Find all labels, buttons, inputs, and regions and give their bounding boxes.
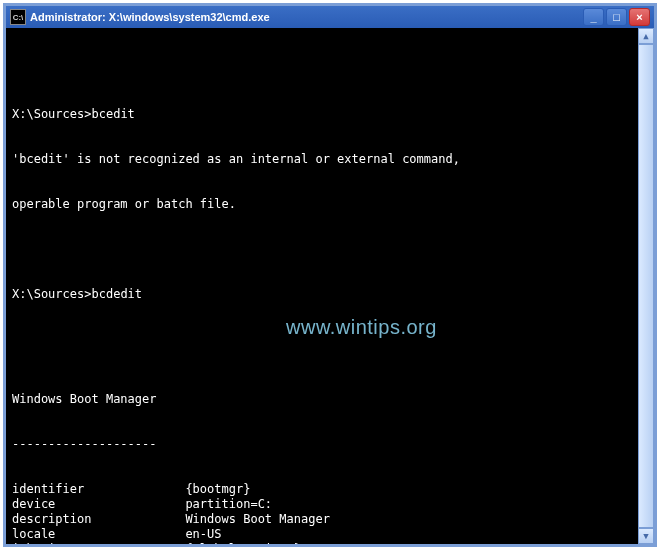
bootmgr-block: identifier {bootmgr}device partition=C:d… [12, 482, 632, 544]
kv-value: partition=C: [185, 497, 272, 511]
kv-value: {bootmgr} [185, 482, 250, 496]
minimize-button[interactable]: _ [583, 8, 604, 26]
scroll-up-button[interactable]: ▲ [638, 28, 654, 44]
scroll-track[interactable] [638, 44, 654, 528]
prompt-line-2: X:\Sources>bcdedit [12, 287, 632, 302]
kv-row: inherit {globalsettings} [12, 542, 632, 544]
maximize-button[interactable]: □ [606, 8, 627, 26]
blank-line [12, 242, 632, 257]
section-rule: -------------------- [12, 437, 632, 452]
kv-key: identifier [12, 482, 185, 496]
titlebar[interactable]: C:\ Administrator: X:\windows\system32\c… [6, 6, 654, 28]
scrollbar[interactable]: ▲ ▼ [638, 28, 654, 544]
window-buttons: _ □ × [583, 8, 650, 26]
cmd-window: C:\ Administrator: X:\windows\system32\c… [3, 3, 657, 547]
cmd-icon-label: C:\ [13, 13, 24, 22]
kv-value: en-US [185, 527, 221, 541]
prompt-text: X:\Sources> [12, 107, 91, 121]
kv-row: description Windows Boot Manager [12, 512, 632, 527]
command-text: bcdedit [91, 287, 142, 301]
kv-row: device partition=C: [12, 497, 632, 512]
kv-value: Windows Boot Manager [185, 512, 330, 526]
terminal[interactable]: X:\Sources>bcedit 'bcedit' is not recogn… [6, 28, 654, 544]
scroll-down-button[interactable]: ▼ [638, 528, 654, 544]
kv-key: locale [12, 527, 185, 541]
scroll-thumb[interactable] [638, 44, 654, 528]
window-title: Administrator: X:\windows\system32\cmd.e… [30, 11, 583, 23]
prompt-text: X:\Sources> [12, 287, 91, 301]
close-button[interactable]: × [629, 8, 650, 26]
section-header-bootmgr: Windows Boot Manager [12, 392, 632, 407]
kv-row: identifier {bootmgr} [12, 482, 632, 497]
kv-value: {globalsettings} [185, 542, 301, 544]
terminal-content: X:\Sources>bcedit 'bcedit' is not recogn… [12, 62, 648, 544]
blank-line [12, 332, 632, 347]
error-line-1: 'bcedit' is not recognized as an interna… [12, 152, 632, 167]
prompt-line-1: X:\Sources>bcedit [12, 107, 632, 122]
error-line-2: operable program or batch file. [12, 197, 632, 212]
kv-row: locale en-US [12, 527, 632, 542]
kv-key: device [12, 497, 185, 511]
cmd-icon: C:\ [10, 9, 26, 25]
command-text: bcedit [91, 107, 134, 121]
kv-key: inherit [12, 542, 185, 544]
kv-key: description [12, 512, 185, 526]
